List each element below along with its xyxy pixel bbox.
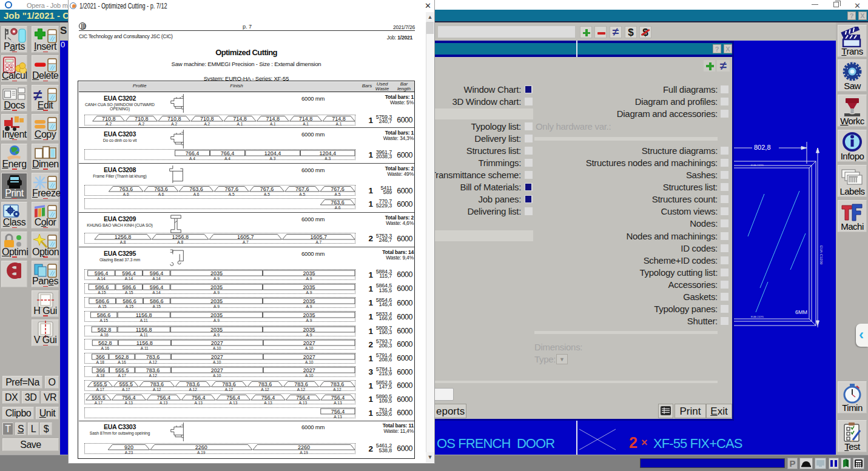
- svg-text:714,8: 714,8: [332, 115, 346, 121]
- svg-text:756,4: 756,4: [261, 395, 275, 401]
- svg-text:A.2: A.2: [204, 121, 210, 125]
- svg-text:2035: 2035: [303, 298, 315, 304]
- svg-text:2035: 2035: [303, 284, 315, 290]
- svg-text:763,6: 763,6: [154, 186, 168, 192]
- svg-text:366: 366: [96, 353, 105, 359]
- svg-text:A.12: A.12: [297, 387, 306, 391]
- svg-text:A.17: A.17: [122, 387, 130, 391]
- svg-text:763,6: 763,6: [189, 186, 203, 192]
- svg-text:A.12: A.12: [225, 387, 234, 391]
- svg-text:A.14: A.14: [97, 276, 106, 280]
- svg-text:A.14: A.14: [152, 290, 161, 294]
- svg-text:2035: 2035: [303, 312, 315, 318]
- svg-text:A.12: A.12: [149, 373, 157, 378]
- svg-text:A.2: A.2: [138, 121, 144, 125]
- svg-text:A.6: A.6: [158, 192, 164, 196]
- svg-text:A.19: A.19: [197, 450, 206, 454]
- svg-text:6MM: 6MM: [795, 309, 807, 315]
- svg-text:2035: 2035: [210, 270, 223, 276]
- svg-text:756,4: 756,4: [296, 395, 310, 401]
- svg-text:586,6: 586,6: [97, 312, 111, 318]
- svg-text:714,8: 714,8: [266, 115, 280, 121]
- svg-text:A.5: A.5: [299, 192, 305, 196]
- svg-text:A.17: A.17: [96, 387, 105, 391]
- svg-text:596,4: 596,4: [150, 270, 164, 276]
- svg-text:555,5: 555,5: [119, 381, 133, 387]
- svg-text:A.8: A.8: [120, 240, 126, 244]
- svg-text:×: ×: [10, 64, 12, 67]
- svg-text:A.5: A.5: [229, 192, 235, 196]
- svg-text:1156,8: 1156,8: [136, 326, 152, 332]
- svg-text:767,6: 767,6: [224, 186, 238, 192]
- svg-text:A.14: A.14: [152, 276, 161, 280]
- svg-text:A.12: A.12: [149, 359, 157, 364]
- svg-text:A.13: A.13: [160, 401, 168, 405]
- svg-text:2027: 2027: [303, 353, 315, 359]
- svg-text:714,8: 714,8: [233, 115, 247, 121]
- svg-text:920: 920: [124, 444, 133, 450]
- svg-text:A.18: A.18: [96, 373, 105, 378]
- svg-text:A.9: A.9: [306, 276, 312, 280]
- svg-text:1256,8: 1256,8: [172, 234, 189, 240]
- svg-text:A.23: A.23: [125, 450, 133, 454]
- svg-text:710,8: 710,8: [200, 115, 214, 121]
- svg-text:555,5: 555,5: [115, 367, 129, 373]
- svg-text:A.3: A.3: [325, 156, 331, 161]
- svg-text:A.10: A.10: [305, 359, 314, 364]
- svg-text:A.15: A.15: [98, 290, 106, 294]
- svg-text:756,4: 756,4: [331, 408, 345, 414]
- svg-text:783,6: 783,6: [294, 381, 308, 387]
- svg-text:710,8: 710,8: [102, 115, 116, 121]
- svg-text:586,6: 586,6: [123, 298, 136, 304]
- svg-text:756,4: 756,4: [122, 395, 136, 401]
- svg-text:A.4: A.4: [189, 156, 195, 161]
- svg-text:A.12: A.12: [261, 387, 269, 391]
- svg-text:A.9: A.9: [306, 304, 312, 309]
- svg-text:555,5: 555,5: [92, 395, 106, 401]
- svg-text:A.9: A.9: [306, 318, 312, 322]
- svg-text:A.11: A.11: [141, 346, 149, 350]
- svg-text:1204,4: 1204,4: [319, 150, 336, 156]
- svg-text:A.13: A.13: [334, 414, 342, 418]
- svg-text:1605,7: 1605,7: [311, 234, 328, 240]
- svg-text:2035: 2035: [210, 284, 223, 290]
- svg-text:A.13: A.13: [195, 401, 203, 405]
- svg-text:2027: 2027: [211, 353, 223, 359]
- svg-text:756,4: 756,4: [192, 395, 206, 401]
- svg-text:A.4: A.4: [224, 156, 230, 161]
- svg-text:A.9: A.9: [214, 290, 220, 294]
- svg-text:586,6: 586,6: [95, 284, 109, 290]
- svg-text:A.14: A.14: [125, 276, 133, 280]
- svg-text:756,4: 756,4: [331, 395, 345, 401]
- svg-text:586,6: 586,6: [122, 284, 136, 290]
- svg-text:A.7: A.7: [243, 240, 249, 244]
- svg-text:EUA C3295: EUA C3295: [751, 315, 764, 318]
- svg-text:2035: 2035: [303, 270, 315, 276]
- svg-text:710,8: 710,8: [167, 115, 181, 121]
- svg-text:783,6: 783,6: [258, 381, 272, 387]
- svg-text:2035: 2035: [210, 326, 223, 332]
- svg-text:A.13: A.13: [264, 401, 272, 405]
- svg-text:555,5: 555,5: [93, 381, 107, 387]
- svg-text:A.18: A.18: [96, 359, 105, 364]
- svg-text:766,4: 766,4: [221, 150, 235, 156]
- svg-text:A.1: A.1: [303, 121, 309, 125]
- svg-text:2035: 2035: [210, 312, 223, 318]
- svg-text:A.1: A.1: [237, 121, 243, 125]
- svg-text:1204,4: 1204,4: [264, 150, 281, 156]
- svg-text:2027: 2027: [211, 339, 223, 346]
- svg-text:756,4: 756,4: [157, 395, 171, 401]
- svg-text:562,8: 562,8: [115, 353, 129, 359]
- svg-text:A.15: A.15: [125, 290, 133, 294]
- svg-text:756,4: 756,4: [226, 395, 240, 401]
- svg-text:A.1: A.1: [336, 121, 342, 125]
- svg-text:A.3: A.3: [270, 156, 276, 161]
- svg-text:586,6: 586,6: [150, 298, 164, 304]
- svg-text:A.16: A.16: [101, 346, 110, 350]
- svg-text:A.16: A.16: [118, 359, 126, 364]
- svg-text:366: 366: [96, 367, 105, 373]
- svg-text:1605,7: 1605,7: [237, 234, 254, 240]
- svg-text:2027: 2027: [303, 339, 315, 346]
- svg-text:2035: 2035: [210, 298, 223, 304]
- svg-text:A.10: A.10: [213, 373, 221, 378]
